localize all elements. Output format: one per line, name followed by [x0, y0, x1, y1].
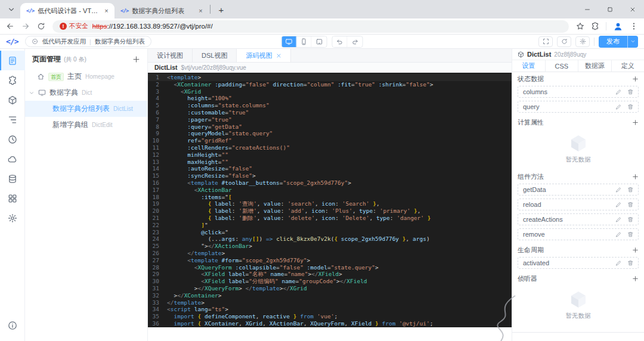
device-tablet-button[interactable] — [312, 36, 327, 47]
tab-definition[interactable]: 定义 — [612, 60, 644, 72]
inspector-item[interactable]: reload — [518, 199, 639, 210]
edit-icon[interactable] — [615, 202, 622, 208]
tab-settings[interactable]: 设置 — [512, 60, 546, 72]
maximize-button[interactable] — [599, 0, 621, 18]
redo-button[interactable] — [348, 36, 363, 47]
delete-icon[interactable] — [627, 104, 634, 110]
rail-item-api[interactable] — [0, 149, 25, 169]
delete-icon[interactable] — [627, 187, 634, 193]
publish-button[interactable]: 发布 — [599, 36, 627, 48]
code-line[interactable]: 10 ref="gridRef" — [148, 137, 512, 144]
edit-icon[interactable] — [615, 231, 622, 238]
rail-item-apps[interactable] — [0, 188, 25, 208]
code-line[interactable]: 3 <XGrid — [148, 88, 512, 95]
extensions-icon[interactable] — [591, 22, 599, 30]
reload-icon[interactable] — [37, 22, 45, 30]
rail-item-settings[interactable] — [0, 208, 25, 228]
code-line[interactable]: 19 { label: '查询', value: 'search', icon:… — [148, 200, 512, 207]
breadcrumb[interactable]: 低代码开发应用 | 数据字典分组列表 — [25, 36, 151, 47]
tab-datasource[interactable]: 数据源 — [578, 60, 612, 72]
rail-item-about[interactable] — [0, 315, 25, 335]
rail-item-datasource[interactable] — [0, 169, 25, 188]
chevron-down-icon[interactable] — [29, 90, 35, 96]
code-line[interactable]: 36 import { XContainer, XGrid, XActionBa… — [148, 320, 512, 327]
edit-icon[interactable] — [615, 104, 622, 110]
add-icon[interactable] — [632, 173, 639, 180]
delete-icon[interactable] — [627, 216, 634, 223]
new-tab-button[interactable]: + — [214, 2, 228, 17]
tree-item-dictedit[interactable]: 新增字典组 DictEdit — [25, 117, 147, 133]
code-line[interactable]: 9 :queryModel="state.query" — [148, 130, 512, 137]
rail-item-history[interactable] — [0, 129, 25, 149]
back-icon[interactable] — [6, 22, 14, 30]
breadcrumb-app[interactable]: 低代码开发应用 — [42, 38, 86, 46]
code-line[interactable]: 12 minHeight="" — [148, 151, 512, 159]
delete-icon[interactable] — [627, 231, 634, 238]
profile-avatar[interactable] — [613, 21, 623, 32]
add-icon[interactable] — [632, 247, 639, 253]
add-icon[interactable] — [632, 76, 639, 82]
code-line[interactable]: 23 @click=" — [148, 229, 512, 236]
code-line[interactable]: 8 :query="getData" — [148, 123, 512, 131]
publish-dropdown-button[interactable] — [627, 36, 638, 48]
tree-item-dict[interactable]: 数据字典 Dict — [25, 85, 147, 101]
code-line[interactable]: 16 <template #toolbar__buttons="scope_2g… — [148, 179, 512, 187]
code-line[interactable]: 4 height="100%" — [148, 95, 512, 102]
code-line[interactable]: 34<script lang="ts"> — [148, 306, 512, 313]
add-icon[interactable] — [632, 119, 639, 126]
tree-item-dictlist[interactable]: 数据字典分组列表 DictList — [25, 101, 147, 117]
rail-item-outline[interactable] — [0, 110, 25, 129]
code-line[interactable]: 6 :customable="true" — [148, 109, 512, 116]
code-line[interactable]: 25 "></XActionBar> — [148, 243, 512, 250]
rail-item-pages[interactable] — [0, 51, 25, 70]
device-desktop-button[interactable] — [282, 36, 297, 47]
browser-tab-designer[interactable]: </> 低代码设计器 - VTJ.PRO × — [20, 3, 114, 18]
tree-item-homepage[interactable]: 首页 主页 Homepage — [25, 69, 147, 85]
delete-icon[interactable] — [627, 202, 634, 208]
delete-icon[interactable] — [627, 89, 634, 95]
inspector-item[interactable]: activated — [518, 257, 639, 269]
minimize-button[interactable] — [576, 0, 599, 18]
code-line[interactable]: 30 <XField label="分组编码" name="groupCode"… — [148, 278, 512, 285]
add-icon[interactable] — [632, 275, 639, 282]
code-line[interactable]: 29 <XField label="名称" name="name"></XFie… — [148, 271, 512, 278]
settings-button[interactable] — [575, 36, 590, 47]
menu-kebab-icon[interactable] — [630, 22, 638, 30]
code-line[interactable]: 18 :items="[ — [148, 194, 512, 201]
rail-item-blocks[interactable] — [0, 90, 25, 110]
code-line[interactable]: 20 { label: '新增', value: 'add', icon: 'P… — [148, 207, 512, 215]
code-line[interactable]: 21 { label: '删除', value: 'delete', icon:… — [148, 215, 512, 222]
inspector-item[interactable]: columns — [518, 86, 639, 98]
inspector-item[interactable]: getData — [518, 184, 639, 196]
close-tab-icon[interactable]: × — [102, 7, 111, 16]
rail-item-components[interactable] — [0, 70, 25, 90]
code-line[interactable]: 22 ]" — [148, 222, 512, 229]
not-secure-badge[interactable]: ! 不安全 — [60, 22, 88, 30]
code-line[interactable]: 14 :autoResize="false" — [148, 165, 512, 172]
code-line[interactable]: 27 <template #form="scope_2gxh59d776y"> — [148, 257, 512, 264]
bookmark-star-icon[interactable] — [576, 22, 584, 30]
edit-icon[interactable] — [615, 260, 622, 266]
vtj-logo[interactable]: </> — [6, 37, 18, 46]
close-tab-icon[interactable] — [276, 53, 281, 58]
code-line[interactable]: 7 :pager="true" — [148, 116, 512, 123]
code-line[interactable]: 2 <XContainer :padding="false" direction… — [148, 81, 512, 88]
inspector-item[interactable]: remove — [518, 228, 639, 240]
tab-dsl-view[interactable]: DSL视图 — [193, 49, 237, 62]
code-line[interactable]: 15 :syncResize="false"> — [148, 172, 512, 179]
code-line[interactable]: 31 ></XQueryForm> </template></XGrid — [148, 285, 512, 292]
refresh-button[interactable] — [557, 36, 571, 47]
url-bar[interactable]: ! 不安全 https://192.168.133.89:9527/@vtj/p… — [52, 20, 569, 33]
edit-icon[interactable] — [615, 89, 622, 95]
edit-icon[interactable] — [615, 216, 622, 223]
add-page-icon[interactable] — [132, 55, 140, 63]
code-line[interactable]: 32 ></XContainer> — [148, 292, 512, 299]
inspector-item[interactable]: createActions — [518, 213, 639, 225]
device-phone-button[interactable] — [297, 36, 312, 47]
tab-css[interactable]: CSS — [546, 60, 579, 72]
code-line[interactable]: 33</template> — [148, 299, 512, 306]
forward-icon[interactable] — [21, 22, 30, 30]
code-line[interactable]: 28 <XQueryForm :collapsible="false" :mod… — [148, 264, 512, 271]
code-line[interactable]: 5 :columns="state.columns" — [148, 102, 512, 109]
code-editor[interactable]: 1<template>2 <XContainer :padding="false… — [148, 73, 512, 327]
